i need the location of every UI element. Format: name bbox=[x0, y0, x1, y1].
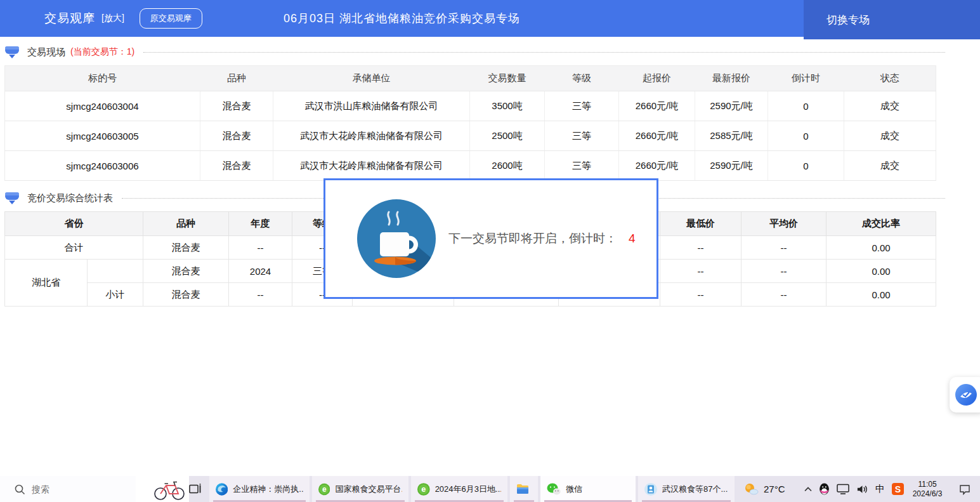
browser-360-button-1[interactable]: e 国家粮食交易平台... bbox=[312, 476, 408, 502]
avg-price: -- bbox=[742, 283, 826, 307]
variety: 混合麦 bbox=[200, 91, 273, 121]
next-session-modal: 下一交易节即将开启，倒计时： 4 bbox=[323, 178, 658, 299]
wechat-icon bbox=[547, 483, 561, 496]
countdown: 0 bbox=[768, 151, 844, 181]
volume-tray-button[interactable] bbox=[856, 484, 868, 494]
storage-unit: 武汉市洪山库粮油储备有限公司 bbox=[273, 91, 470, 121]
ime-indicator[interactable]: 中 bbox=[875, 483, 885, 495]
search-highlight-thumbnail[interactable] bbox=[136, 476, 175, 502]
countdown: 0 bbox=[768, 121, 844, 151]
table-header-row: 标的号 品种 承储单位 交易数量 等级 起报价 最新报价 倒计时 状态 bbox=[5, 66, 936, 91]
latest-price: 2590元/吨 bbox=[695, 151, 768, 181]
col-min-price: 最低价 bbox=[660, 212, 742, 236]
notification-icon bbox=[958, 484, 971, 495]
col-storage-unit: 承储单位 bbox=[273, 66, 470, 91]
year: -- bbox=[229, 283, 292, 307]
variety: 混合麦 bbox=[143, 260, 229, 283]
search-input[interactable] bbox=[32, 484, 101, 494]
deal-ratio: 0.00 bbox=[826, 260, 936, 283]
table-row: sjmcg240603005 混合麦 武汉市大花岭库粮油储备有限公司 2500吨… bbox=[5, 121, 936, 151]
task-view-icon bbox=[189, 484, 202, 494]
status-badge: 成交 bbox=[844, 121, 936, 151]
app-label: 企业精神：崇尚执... bbox=[233, 484, 303, 495]
deal-ratio: 0.00 bbox=[826, 283, 936, 307]
grade: 三等 bbox=[545, 121, 619, 151]
switch-session-button[interactable]: 切换专场 bbox=[804, 0, 980, 39]
qq-tray-button[interactable] bbox=[819, 483, 830, 495]
clock-time: 11:05 bbox=[918, 480, 936, 489]
qq-penguin-icon bbox=[819, 483, 830, 495]
storage-unit: 武汉市大花岭库粮油储备有限公司 bbox=[273, 151, 470, 181]
min-price: -- bbox=[660, 260, 742, 283]
taskbar: 企业精神：崇尚执... e 国家粮食交易平台... e 2024年6月3日地..… bbox=[0, 476, 980, 502]
year: 2024 bbox=[229, 260, 292, 283]
live-section-title: 交易现场 bbox=[27, 46, 65, 58]
status-badge: 成交 bbox=[844, 151, 936, 181]
svg-text:e: e bbox=[421, 484, 426, 494]
province: 合计 bbox=[5, 236, 143, 260]
col-grade: 等级 bbox=[545, 66, 619, 91]
network-tray-button[interactable] bbox=[837, 484, 849, 494]
col-province: 省份 bbox=[5, 212, 143, 236]
table-row: sjmcg240603006 混合麦 武汉市大花岭库粮油储备有限公司 2600吨… bbox=[5, 151, 936, 181]
task-view-button[interactable] bbox=[183, 476, 208, 502]
latest-price: 2590元/吨 bbox=[695, 91, 768, 121]
system-tray: 中 S bbox=[804, 476, 904, 502]
dotted-divider bbox=[143, 52, 945, 53]
storage-unit: 武汉市大花岭库粮油储备有限公司 bbox=[273, 121, 470, 151]
col-variety: 品种 bbox=[143, 212, 229, 236]
action-center-button[interactable] bbox=[955, 476, 975, 502]
sogou-input-icon[interactable]: S bbox=[892, 483, 904, 495]
col-status: 状态 bbox=[844, 66, 936, 91]
quantity: 2500吨 bbox=[470, 121, 545, 151]
browser-360-button-2[interactable]: e 2024年6月3日地... bbox=[411, 476, 507, 502]
deal-ratio: 0.00 bbox=[826, 236, 936, 260]
lot-no: sjmcg240603006 bbox=[5, 151, 200, 181]
lot-no: sjmcg240603004 bbox=[5, 91, 200, 121]
coffee-cup-icon bbox=[357, 199, 436, 278]
province-sub: 小计 bbox=[88, 283, 143, 307]
edge-icon bbox=[216, 483, 228, 496]
variety: 混合麦 bbox=[200, 151, 273, 181]
province: 湖北省 bbox=[5, 260, 88, 307]
col-deal-ratio: 成交比率 bbox=[826, 212, 936, 236]
tray-expand-button[interactable] bbox=[804, 487, 812, 492]
app-label: 2024年6月3日地... bbox=[435, 484, 501, 495]
quantity: 3500吨 bbox=[470, 91, 545, 121]
contact-icon bbox=[644, 483, 657, 496]
edge-browser-button[interactable]: 企业精神：崇尚执... bbox=[209, 476, 310, 502]
start-price: 2660元/吨 bbox=[619, 151, 695, 181]
min-price: -- bbox=[660, 283, 742, 307]
col-countdown: 倒计时 bbox=[768, 66, 844, 91]
col-start-price: 起报价 bbox=[619, 66, 695, 91]
col-latest-price: 最新报价 bbox=[695, 66, 768, 91]
table-row: sjmcg240603004 混合麦 武汉市洪山库粮油储备有限公司 3500吨 … bbox=[5, 91, 936, 121]
live-section-header: 交易现场 (当前交易节：1) bbox=[4, 44, 945, 60]
col-year: 年度 bbox=[229, 212, 292, 236]
search-icon bbox=[14, 484, 25, 495]
file-explorer-button[interactable] bbox=[510, 476, 538, 502]
floating-widget[interactable] bbox=[950, 377, 980, 413]
min-price: -- bbox=[660, 236, 742, 260]
grain-contacts-button[interactable]: 武汉粮食等87个... bbox=[638, 476, 735, 502]
network-display-icon bbox=[837, 484, 849, 494]
col-avg-price: 平均价 bbox=[742, 212, 826, 236]
section-bubble-icon bbox=[4, 45, 20, 59]
folder-icon bbox=[516, 484, 529, 494]
svg-text:e: e bbox=[322, 485, 327, 494]
quantity: 2600吨 bbox=[470, 151, 545, 181]
section-bubble-icon bbox=[4, 191, 20, 205]
col-variety: 品种 bbox=[200, 66, 273, 91]
weather-widget[interactable]: 27°C bbox=[743, 476, 802, 502]
chevron-up-icon bbox=[804, 487, 812, 492]
taskbar-clock[interactable]: 11:05 2024/6/3 bbox=[904, 476, 951, 502]
start-price: 2660元/吨 bbox=[619, 121, 695, 151]
modal-countdown: 4 bbox=[629, 232, 636, 246]
col-lot-no: 标的号 bbox=[5, 66, 200, 91]
stats-section-title: 竞价交易综合统计表 bbox=[27, 192, 113, 204]
wechat-button[interactable]: 微信 bbox=[540, 476, 636, 502]
grade: 三等 bbox=[545, 91, 619, 121]
taskbar-search[interactable] bbox=[0, 476, 176, 502]
speaker-icon bbox=[856, 484, 868, 494]
modal-message: 下一交易节即将开启，倒计时： bbox=[448, 230, 617, 247]
